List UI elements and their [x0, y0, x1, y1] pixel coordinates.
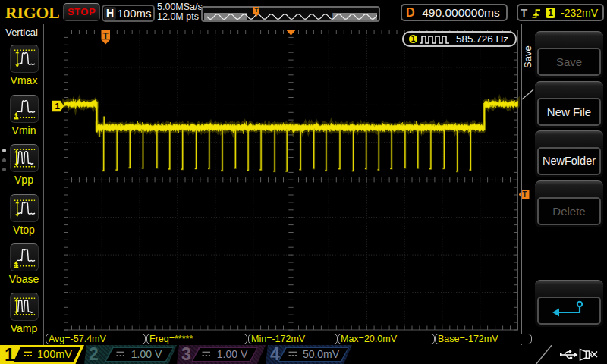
svg-text:T: T [102, 31, 109, 42]
svg-text:T: T [523, 190, 527, 199]
svg-text:1: 1 [55, 102, 61, 111]
